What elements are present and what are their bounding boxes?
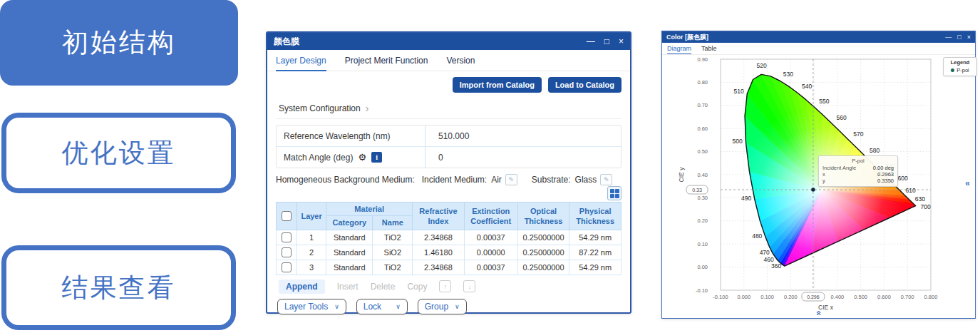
- tab-version[interactable]: Version: [446, 56, 475, 66]
- screenshot-root: 初始结构 优化设置 结果查看 颜色膜 — □ × Layer Design Pr…: [0, 0, 980, 333]
- refractive-index-cell[interactable]: 1.46180: [413, 245, 465, 260]
- maximize-icon[interactable]: □: [604, 37, 609, 46]
- tab-layer-design[interactable]: Layer Design: [276, 56, 326, 66]
- edit-icon[interactable]: ✎: [505, 174, 517, 185]
- physical-thickness-cell[interactable]: 54.29 nm: [569, 230, 621, 245]
- match-angle-input[interactable]: 0: [425, 147, 621, 168]
- close-icon[interactable]: ×: [619, 37, 624, 46]
- column-header-layer: Layer: [297, 203, 326, 230]
- chevron-down-icon: ∨: [455, 303, 460, 310]
- close-icon[interactable]: ×: [967, 34, 971, 41]
- svg-text:0.10: 0.10: [697, 241, 708, 247]
- collapse-panel-icon[interactable]: «: [965, 178, 970, 188]
- legend-series-label: P-pol: [956, 67, 969, 73]
- material-name-cell[interactable]: SiO2: [373, 245, 413, 260]
- maximize-icon[interactable]: □: [957, 34, 961, 41]
- table-row[interactable]: 1 Standard TiO2 2.34868 0.00037 0.250000…: [277, 230, 621, 245]
- flow-button-optimization-settings[interactable]: 优化设置: [1, 113, 236, 193]
- select-all-checkbox[interactable]: [282, 211, 292, 221]
- row-checkbox[interactable]: [282, 262, 292, 272]
- group-dropdown[interactable]: Group ∨: [418, 299, 467, 314]
- flow-button-result-view[interactable]: 结果查看: [1, 245, 236, 330]
- refractive-index-cell[interactable]: 2.34868: [413, 260, 465, 275]
- tab-diagram[interactable]: Diagram: [667, 45, 691, 52]
- svg-text:550: 550: [819, 98, 829, 105]
- extinction-coefficient-cell[interactable]: 0.00037: [464, 230, 517, 245]
- append-button[interactable]: Append: [279, 280, 325, 294]
- collapse-bottom-icon[interactable]: «: [814, 311, 824, 316]
- delete-button[interactable]: Delete: [371, 282, 396, 292]
- row-checkbox[interactable]: [282, 232, 292, 242]
- svg-text:520: 520: [757, 62, 767, 69]
- tab-table[interactable]: Table: [701, 45, 717, 52]
- svg-text:460: 460: [764, 256, 774, 263]
- grid-icon: [610, 194, 614, 198]
- svg-text:0.90: 0.90: [697, 56, 708, 63]
- svg-text:470: 470: [760, 249, 770, 256]
- flow-button-label: 初始结构: [62, 25, 176, 61]
- load-to-catalog-button[interactable]: Load to Catalog: [548, 77, 621, 93]
- grid-icon: [610, 189, 614, 193]
- material-category-cell[interactable]: Standard: [326, 260, 373, 275]
- tooltip-series-name: P-pol: [822, 158, 894, 164]
- extinction-coefficient-cell[interactable]: 0.00000: [464, 245, 517, 260]
- reference-wavelength-input[interactable]: 510.000: [425, 125, 621, 146]
- svg-text:0.100: 0.100: [760, 294, 774, 300]
- import-from-catalog-button[interactable]: Import from Catalog: [453, 77, 542, 93]
- table-row[interactable]: 2 Standard SiO2 1.46180 0.00000 0.250000…: [277, 245, 621, 260]
- refractive-index-cell[interactable]: 2.34868: [413, 230, 465, 245]
- parameter-row: Reference Wavelength (nm) 510.000: [277, 125, 621, 146]
- svg-text:-0.100: -0.100: [713, 294, 728, 300]
- tooltip-label: y: [822, 178, 825, 184]
- background-medium-row: Homogeneous Background Medium: Incident …: [276, 174, 621, 185]
- svg-text:570: 570: [853, 130, 863, 138]
- insert-button[interactable]: Insert: [337, 282, 359, 292]
- row-checkbox[interactable]: [282, 247, 292, 257]
- color-window-titlebar: Color [颜色膜] — □ ×: [662, 31, 975, 43]
- flow-button-initial-structure[interactable]: 初始结构: [0, 0, 238, 86]
- minimize-icon[interactable]: —: [587, 37, 595, 46]
- flow-button-label: 优化设置: [62, 135, 176, 171]
- optical-thickness-cell[interactable]: 0.25000000: [517, 260, 569, 275]
- minimize-icon[interactable]: —: [945, 34, 951, 41]
- move-up-button[interactable]: ↑: [439, 280, 451, 292]
- svg-text:CIE x: CIE x: [818, 304, 834, 311]
- grid-icon: [615, 189, 619, 193]
- extinction-coefficient-cell[interactable]: 0.00037: [464, 260, 517, 275]
- material-category-cell[interactable]: Standard: [326, 245, 373, 260]
- tooltip-value: 0.00 deg: [873, 165, 894, 171]
- svg-text:580: 580: [870, 147, 880, 154]
- cie-chart-svg: -0.1000.0000.1000.2000.4000.5000.6000.70…: [675, 56, 947, 314]
- color-window-title: Color [颜色膜]: [666, 33, 945, 42]
- edit-icon[interactable]: ✎: [600, 174, 612, 185]
- material-name-cell[interactable]: TiO2: [373, 230, 413, 245]
- background-medium-label: Homogeneous Background Medium:: [276, 175, 415, 185]
- info-icon[interactable]: i: [371, 152, 382, 163]
- copy-button[interactable]: Copy: [407, 282, 427, 292]
- optical-thickness-cell[interactable]: 0.25000000: [517, 245, 569, 260]
- move-down-button[interactable]: ↓: [463, 280, 475, 292]
- table-row[interactable]: 3 Standard TiO2 2.34868 0.00037 0.250000…: [277, 260, 621, 275]
- incident-medium-label: Incident Medium:: [422, 175, 487, 185]
- table-settings-button[interactable]: [607, 186, 621, 200]
- layer-tools-dropdown[interactable]: Layer Tools ∨: [277, 299, 346, 314]
- svg-text:0.600: 0.600: [877, 294, 891, 300]
- legend-title: Legend: [944, 59, 976, 66]
- layer-number: 3: [297, 260, 326, 275]
- material-name-cell[interactable]: TiO2: [373, 260, 413, 275]
- optical-thickness-cell[interactable]: 0.25000000: [517, 230, 569, 245]
- physical-thickness-cell[interactable]: 87.22 nm: [569, 245, 621, 260]
- svg-text:0.00: 0.00: [697, 264, 708, 270]
- svg-text:-0.10: -0.10: [696, 287, 708, 294]
- tab-project-merit-function[interactable]: Project Merit Function: [345, 56, 428, 66]
- column-header-refractive-index: Refractive Index: [413, 203, 465, 230]
- layer-window-titlebar: 颜色膜 — □ ×: [267, 33, 630, 50]
- chevron-down-icon: ∨: [396, 303, 401, 310]
- svg-text:600: 600: [897, 175, 907, 182]
- chevron-down-icon: ∨: [334, 303, 339, 310]
- physical-thickness-cell[interactable]: 54.29 nm: [569, 260, 621, 275]
- gear-icon[interactable]: ⚙: [358, 153, 366, 162]
- system-configuration-header[interactable]: System Configuration ›: [276, 98, 621, 119]
- lock-dropdown[interactable]: Lock ∨: [356, 299, 408, 314]
- material-category-cell[interactable]: Standard: [326, 230, 373, 245]
